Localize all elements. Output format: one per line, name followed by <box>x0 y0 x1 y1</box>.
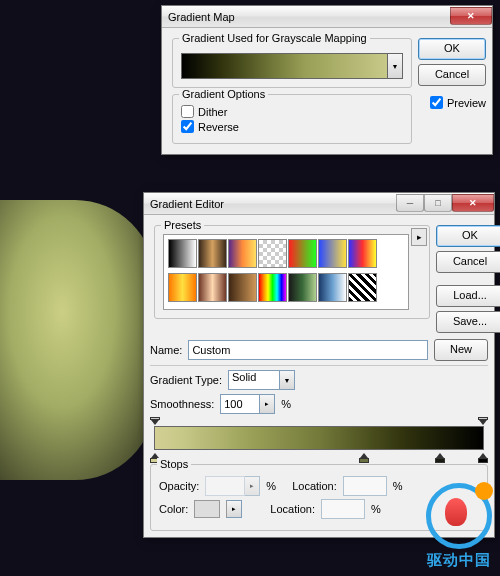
opacity-stop[interactable] <box>478 417 488 425</box>
type-select[interactable]: Solid ▼ <box>228 370 295 390</box>
dither-input[interactable] <box>181 105 194 118</box>
reverse-input[interactable] <box>181 120 194 133</box>
preset-swatch[interactable] <box>258 239 287 268</box>
preset-swatch[interactable] <box>198 239 227 268</box>
location-label: Location: <box>270 503 315 515</box>
chevron-right-icon[interactable]: ▸ <box>260 394 275 414</box>
preset-swatch[interactable] <box>288 273 317 302</box>
preview-checkbox[interactable]: Preview <box>430 96 486 109</box>
dither-checkbox[interactable]: Dither <box>181 105 403 118</box>
presets-group: Presets ▸ <box>154 225 430 319</box>
gradient-preview[interactable] <box>181 53 388 79</box>
ok-button[interactable]: OK <box>418 38 486 60</box>
color-stop[interactable] <box>435 453 445 463</box>
preset-swatch[interactable] <box>228 273 257 302</box>
name-input[interactable] <box>188 340 428 360</box>
opacity-stop[interactable] <box>150 417 160 425</box>
close-button[interactable]: ✕ <box>450 7 492 25</box>
mapping-group: Gradient Used for Grayscale Mapping ▼ <box>172 38 412 88</box>
gradient-map-dialog: Gradient Map ✕ Gradient Used for Graysca… <box>161 5 493 155</box>
type-label: Gradient Type: <box>150 374 222 386</box>
new-button[interactable]: New <box>434 339 488 361</box>
title-text: Gradient Editor <box>150 198 396 210</box>
background-image <box>0 200 155 480</box>
group-label: Gradient Options <box>179 88 268 100</box>
gradient-bar[interactable] <box>154 426 484 450</box>
preset-swatch[interactable] <box>348 239 377 268</box>
watermark-text: 驱动中国 <box>426 551 492 570</box>
preset-swatch[interactable] <box>228 239 257 268</box>
smoothness-input[interactable]: ▸ <box>220 394 275 414</box>
minimize-button[interactable]: ─ <box>396 194 424 212</box>
preset-swatch[interactable] <box>258 273 287 302</box>
cancel-button[interactable]: Cancel <box>418 64 486 86</box>
preset-swatch[interactable] <box>168 239 197 268</box>
titlebar[interactable]: Gradient Map ✕ <box>162 6 492 28</box>
presets-menu-icon[interactable]: ▸ <box>411 228 427 246</box>
preset-swatch[interactable] <box>348 273 377 302</box>
title-text: Gradient Map <box>168 11 450 23</box>
location-input <box>321 499 365 519</box>
chevron-right-icon[interactable]: ▸ <box>226 500 242 518</box>
gradient-dropdown[interactable]: ▼ <box>388 53 403 79</box>
color-label: Color: <box>159 503 188 515</box>
preset-swatch[interactable] <box>318 273 347 302</box>
group-label: Gradient Used for Grayscale Mapping <box>179 32 370 44</box>
preset-swatch[interactable] <box>198 273 227 302</box>
group-label: Presets <box>161 219 204 231</box>
smoothness-label: Smoothness: <box>150 398 214 410</box>
gradient-editor-bar[interactable] <box>154 418 484 460</box>
presets-grid <box>163 234 409 310</box>
maximize-button[interactable]: □ <box>424 194 452 212</box>
options-group: Gradient Options Dither Reverse <box>172 94 412 144</box>
name-label: Name: <box>150 344 182 356</box>
load-button[interactable]: Load... <box>436 285 500 307</box>
location-label: Location: <box>292 480 337 492</box>
preset-swatch[interactable] <box>168 273 197 302</box>
color-stop[interactable] <box>478 453 488 463</box>
cancel-button[interactable]: Cancel <box>436 251 500 273</box>
location-input <box>343 476 387 496</box>
watermark: 驱动中国 <box>426 483 492 570</box>
ok-button[interactable]: OK <box>436 225 500 247</box>
preset-swatch[interactable] <box>288 239 317 268</box>
titlebar[interactable]: Gradient Editor ─ □ ✕ <box>144 193 494 215</box>
color-stop[interactable] <box>359 453 369 463</box>
reverse-checkbox[interactable]: Reverse <box>181 120 403 133</box>
close-button[interactable]: ✕ <box>452 194 494 212</box>
opacity-input[interactable]: ▸ <box>205 476 260 496</box>
preset-swatch[interactable] <box>318 239 347 268</box>
group-label: Stops <box>157 458 191 470</box>
color-swatch[interactable] <box>194 500 220 518</box>
save-button[interactable]: Save... <box>436 311 500 333</box>
watermark-logo-icon <box>426 483 492 549</box>
opacity-label: Opacity: <box>159 480 199 492</box>
preview-input[interactable] <box>430 96 443 109</box>
chevron-down-icon[interactable]: ▼ <box>280 370 295 390</box>
